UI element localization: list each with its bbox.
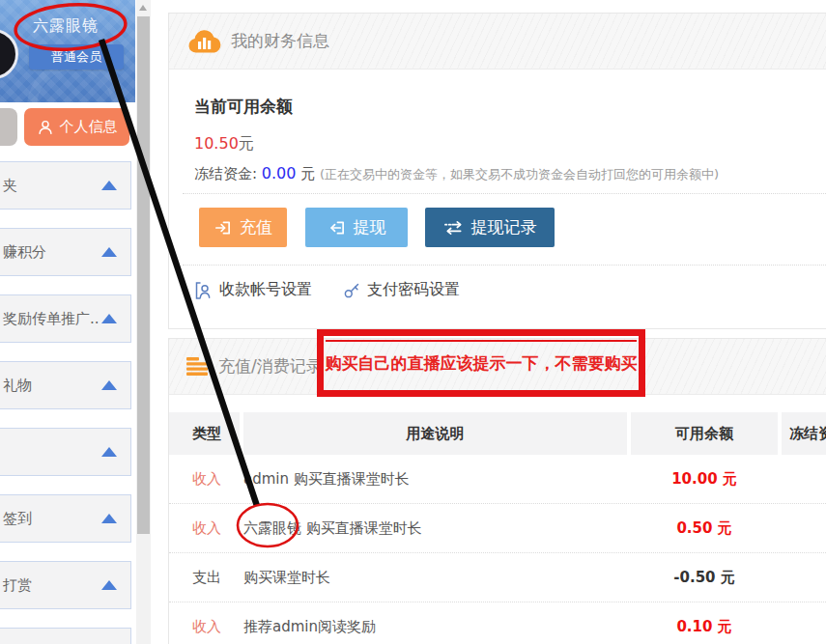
cutoff-gray-button[interactable]: [0, 108, 17, 146]
settings-links: 收款帐号设置 支付密码设置: [194, 280, 460, 300]
payment-account-settings-link[interactable]: 收款帐号设置: [194, 280, 312, 300]
row-desc: admin 购买直播课堂时长: [243, 455, 627, 503]
divider: [183, 193, 826, 194]
member-level-badge: 普通会员: [29, 44, 124, 70]
triangle-up-icon: [101, 181, 117, 190]
sign-out-icon: [328, 219, 346, 237]
pay-password-settings-label: 支付密码设置: [367, 280, 460, 300]
finance-panel: 我的财务信息 当前可用余额 10.50元 冻结资金: 0.00 元 (正在交易中…: [168, 13, 826, 329]
sidebar-item-5[interactable]: 签到: [0, 494, 131, 543]
table-row: 收入 六露眼镜 购买直播课堂时长 0.50 元: [169, 504, 826, 553]
withdraw-history-label: 提现记录: [471, 216, 537, 238]
triangle-up-icon: [101, 447, 117, 457]
recharge-label: 充值: [240, 216, 272, 238]
withdraw-button[interactable]: 提现: [305, 208, 408, 247]
key-icon: [343, 282, 360, 299]
sidebar-item-3[interactable]: 礼物: [0, 361, 131, 409]
frozen-unit: 元: [300, 165, 315, 182]
cloud-chart-icon: [186, 29, 221, 54]
row-desc: 推荐admin阅读奖励: [243, 602, 627, 644]
scroll-up-arrow-icon[interactable]: [139, 5, 147, 11]
avatar[interactable]: [0, 29, 18, 79]
sign-in-icon: [214, 219, 232, 237]
sidebar-item-6[interactable]: 打赏: [0, 561, 131, 609]
row-amount: 0.50 元: [631, 504, 778, 552]
divider: [183, 265, 826, 266]
frozen-note: (正在交易中的资金等，如果交易不成功资金会自动打回您的可用余额中): [320, 167, 719, 182]
recharge-button[interactable]: 充值: [199, 208, 287, 247]
frozen-label: 冻结资金:: [194, 165, 257, 182]
row-amount: 10.00 元: [631, 455, 778, 503]
triangle-up-icon: [101, 514, 117, 523]
withdraw-history-button[interactable]: 提现记录: [425, 208, 555, 247]
finance-panel-title: 我的财务信息: [231, 30, 329, 52]
sidebar-item-1[interactable]: 赚积分: [0, 228, 131, 276]
row-type: 收入: [169, 504, 240, 552]
profile-card: 六露眼镜 普通会员: [0, 0, 135, 102]
table-row: 收入 推荐admin阅读奖励 0.10 元: [169, 602, 826, 644]
person-icon: [37, 119, 54, 136]
sidebar-item-label: 签到: [3, 510, 101, 528]
row-amount: 0.10 元: [631, 602, 778, 644]
table-row: 收入 admin 购买直播课堂时长 10.00 元: [169, 455, 826, 504]
table-row: 支出 购买课堂时长 -0.50 元: [169, 553, 826, 602]
pay-password-settings-link[interactable]: 支付密码设置: [343, 280, 460, 300]
sidebar-item-2[interactable]: 奖励传单推广..: [0, 294, 131, 343]
balance-value: 10.50: [194, 134, 239, 153]
row-frozen: [782, 504, 826, 552]
sidebar-item-7[interactable]: [0, 628, 131, 644]
sidebar-item-label: 夹: [3, 177, 101, 195]
sidebar-item-label: 礼物: [3, 377, 101, 395]
row-desc: 购买课堂时长: [243, 553, 627, 602]
sidebar-item-0[interactable]: 夹: [0, 161, 131, 210]
column-header-type: 类型: [169, 412, 240, 455]
balance-value-line: 10.50元: [194, 134, 254, 154]
sidebar-item-label: 打赏: [3, 576, 101, 595]
row-type: 收入: [169, 602, 240, 644]
triangle-up-icon: [101, 247, 117, 257]
sidebar-item-label: 赚积分: [3, 243, 101, 262]
profile-info-label: 个人信息: [60, 118, 118, 136]
withdraw-label: 提现: [354, 216, 386, 238]
vertical-scrollbar[interactable]: [136, 0, 151, 644]
contact-card-icon: [194, 281, 213, 300]
sidebar-item-4[interactable]: [0, 428, 131, 476]
table-header-row: 类型 用途说明 可用余额 冻结资金: [169, 412, 826, 455]
triangle-up-icon: [101, 314, 117, 323]
annotation-note-box: 购买自己的直播应该提示一下，不需要购买: [317, 329, 645, 397]
balance-unit: 元: [239, 134, 254, 153]
finance-panel-header: 我的财务信息: [169, 14, 826, 70]
row-type: 收入: [169, 455, 240, 503]
column-header-avail: 可用余额: [631, 412, 778, 455]
username[interactable]: 六露眼镜: [33, 16, 129, 37]
row-amount: -0.50 元: [631, 553, 778, 602]
profile-info-button[interactable]: 个人信息: [24, 108, 129, 146]
records-table: 类型 用途说明 可用余额 冻结资金 收入 admin 购买直播课堂时长 10.0…: [169, 412, 826, 644]
sidebar-menu: 夹 赚积分 奖励传单推广.. 礼物 签到 打赏: [0, 161, 135, 644]
frozen-value: 0.00: [262, 164, 297, 182]
records-panel-title: 充值/消费记录: [218, 355, 323, 378]
row-desc: 六露眼镜 购买直播课堂时长: [243, 504, 627, 552]
row-frozen: [782, 455, 826, 503]
scrollbar-thumb[interactable]: [137, 16, 150, 534]
row-frozen: [782, 553, 826, 602]
payment-account-settings-label: 收款帐号设置: [219, 280, 312, 300]
triangle-up-icon: [101, 380, 117, 390]
triangle-up-icon: [101, 580, 117, 590]
frozen-funds-line: 冻结资金: 0.00 元 (正在交易中的资金等，如果交易不成功资金会自动打回您的…: [194, 164, 719, 183]
transfer-arrows-icon: [443, 220, 464, 236]
row-type: 支出: [169, 553, 240, 602]
sidebar-item-label: 奖励传单推广..: [3, 310, 101, 328]
balance-label: 当前可用余额: [194, 96, 293, 118]
row-frozen: [782, 602, 826, 644]
column-header-frozen: 冻结资金: [782, 412, 826, 455]
column-header-desc: 用途说明: [243, 412, 627, 455]
annotation-note-text: 购买自己的直播应该提示一下，不需要购买: [326, 352, 638, 375]
list-icon: [186, 357, 209, 376]
